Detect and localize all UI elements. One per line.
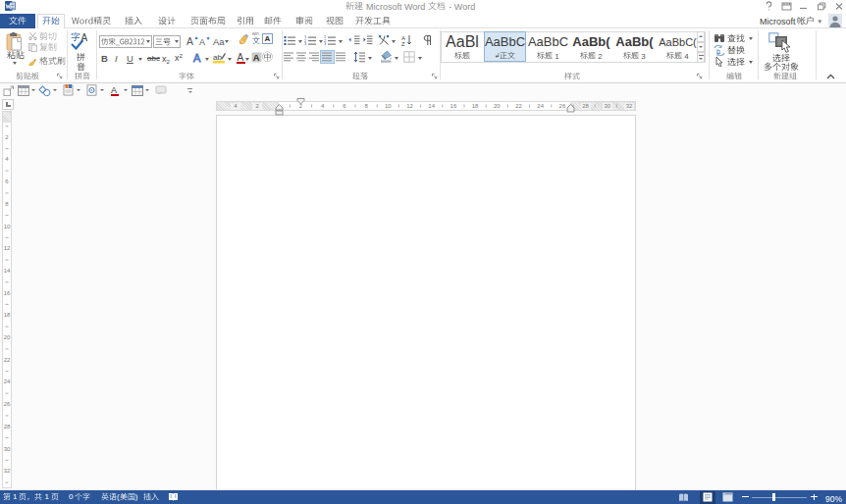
svg-text:ab: ab bbox=[213, 53, 222, 62]
svg-text:A: A bbox=[253, 52, 260, 63]
svg-text:b: b bbox=[716, 48, 720, 55]
svg-text:Z: Z bbox=[401, 41, 405, 47]
svg-text:3: 3 bbox=[324, 41, 327, 46]
svg-text:A: A bbox=[111, 85, 117, 95]
svg-text:A: A bbox=[193, 52, 201, 64]
svg-text:A: A bbox=[238, 52, 244, 63]
svg-text:3: 3 bbox=[304, 41, 307, 46]
